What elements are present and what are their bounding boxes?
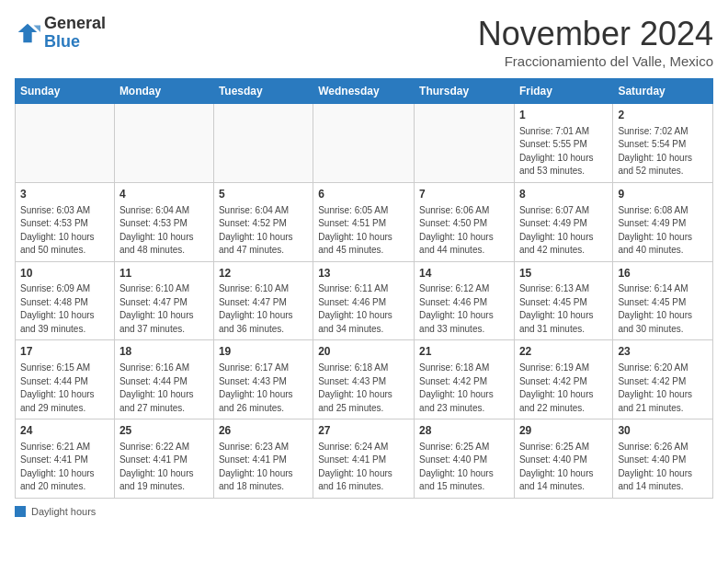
day-info: Sunrise: 6:15 AM Sunset: 4:44 PM Dayligh… <box>20 362 109 415</box>
calendar-cell: 23Sunrise: 6:20 AM Sunset: 4:42 PM Dayli… <box>613 340 713 419</box>
day-info: Sunrise: 6:23 AM Sunset: 4:41 PM Dayligh… <box>219 441 308 494</box>
dow-sunday: Sunday <box>16 79 115 104</box>
day-number: 10 <box>20 266 109 282</box>
day-number: 29 <box>519 423 608 439</box>
day-number: 6 <box>318 187 409 202</box>
day-info: Sunrise: 6:05 AM Sunset: 4:51 PM Dayligh… <box>318 204 409 258</box>
calendar-cell: 26Sunrise: 6:23 AM Sunset: 4:41 PM Dayli… <box>213 419 313 499</box>
calendar-cell <box>114 104 213 183</box>
calendar-cell: 20Sunrise: 6:18 AM Sunset: 4:43 PM Dayli… <box>313 340 415 419</box>
day-info: Sunrise: 7:02 AM Sunset: 5:54 PM Dayligh… <box>618 125 708 178</box>
calendar-cell: 2Sunrise: 7:02 AM Sunset: 5:54 PM Daylig… <box>613 104 713 183</box>
calendar-cell: 29Sunrise: 6:25 AM Sunset: 4:40 PM Dayli… <box>514 419 612 499</box>
footer-note: Daylight hours <box>15 506 713 517</box>
week-row-2: 10Sunrise: 6:09 AM Sunset: 4:48 PM Dayli… <box>16 261 713 340</box>
day-info: Sunrise: 6:25 AM Sunset: 4:40 PM Dayligh… <box>419 441 509 494</box>
calendar-cell <box>313 104 415 183</box>
footer-label: Daylight hours <box>31 506 96 517</box>
day-info: Sunrise: 6:04 AM Sunset: 4:53 PM Dayligh… <box>119 204 209 258</box>
day-number: 12 <box>219 266 308 282</box>
calendar-cell <box>16 104 115 183</box>
calendar-cell: 9Sunrise: 6:08 AM Sunset: 4:49 PM Daylig… <box>613 182 713 261</box>
calendar-cell: 16Sunrise: 6:14 AM Sunset: 4:45 PM Dayli… <box>613 261 713 340</box>
calendar-cell: 3Sunrise: 6:03 AM Sunset: 4:53 PM Daylig… <box>16 182 115 261</box>
day-number: 1 <box>519 108 608 123</box>
dow-monday: Monday <box>114 79 213 104</box>
calendar-cell: 27Sunrise: 6:24 AM Sunset: 4:41 PM Dayli… <box>313 419 415 499</box>
calendar-cell: 5Sunrise: 6:04 AM Sunset: 4:52 PM Daylig… <box>213 182 313 261</box>
day-number: 18 <box>119 344 209 360</box>
header: General Blue November 2024 Fraccionamien… <box>15 15 713 69</box>
calendar-cell: 19Sunrise: 6:17 AM Sunset: 4:43 PM Dayli… <box>213 340 313 419</box>
calendar-cell: 22Sunrise: 6:19 AM Sunset: 4:42 PM Dayli… <box>514 340 612 419</box>
day-info: Sunrise: 6:03 AM Sunset: 4:53 PM Dayligh… <box>20 204 109 258</box>
svg-marker-0 <box>18 24 38 43</box>
day-number: 25 <box>119 423 209 439</box>
day-number: 2 <box>618 108 708 123</box>
dow-saturday: Saturday <box>613 79 713 104</box>
calendar-cell <box>415 104 515 183</box>
day-info: Sunrise: 6:20 AM Sunset: 4:42 PM Dayligh… <box>618 362 708 415</box>
day-number: 4 <box>119 187 209 202</box>
day-number: 8 <box>519 187 608 202</box>
month-title: November 2024 <box>478 15 713 53</box>
dow-thursday: Thursday <box>415 79 515 104</box>
calendar-cell: 11Sunrise: 6:10 AM Sunset: 4:47 PM Dayli… <box>114 261 213 340</box>
day-number: 24 <box>20 423 109 439</box>
day-number: 20 <box>318 344 409 360</box>
calendar-table: SundayMondayTuesdayWednesdayThursdayFrid… <box>15 78 713 499</box>
day-number: 11 <box>119 266 209 282</box>
location-title: Fraccionamiento del Valle, Mexico <box>478 53 713 69</box>
day-number: 26 <box>219 423 308 439</box>
day-info: Sunrise: 6:12 AM Sunset: 4:46 PM Dayligh… <box>419 282 509 336</box>
logo-general: General <box>44 14 106 32</box>
day-number: 19 <box>219 344 308 360</box>
calendar-cell: 30Sunrise: 6:26 AM Sunset: 4:40 PM Dayli… <box>613 419 713 499</box>
day-info: Sunrise: 6:11 AM Sunset: 4:46 PM Dayligh… <box>318 282 409 336</box>
logo-icon <box>15 20 40 46</box>
day-number: 17 <box>20 344 109 360</box>
day-number: 7 <box>419 187 509 202</box>
day-info: Sunrise: 6:06 AM Sunset: 4:50 PM Dayligh… <box>419 204 509 258</box>
dow-friday: Friday <box>514 79 612 104</box>
day-info: Sunrise: 6:25 AM Sunset: 4:40 PM Dayligh… <box>519 441 608 494</box>
day-info: Sunrise: 6:22 AM Sunset: 4:41 PM Dayligh… <box>119 441 209 494</box>
week-row-3: 17Sunrise: 6:15 AM Sunset: 4:44 PM Dayli… <box>16 340 713 419</box>
day-of-week-row: SundayMondayTuesdayWednesdayThursdayFrid… <box>16 79 713 104</box>
calendar-cell: 7Sunrise: 6:06 AM Sunset: 4:50 PM Daylig… <box>415 182 515 261</box>
day-info: Sunrise: 6:14 AM Sunset: 4:45 PM Dayligh… <box>618 282 708 336</box>
logo: General Blue <box>15 15 106 52</box>
day-number: 5 <box>219 187 308 202</box>
dow-wednesday: Wednesday <box>313 79 415 104</box>
day-number: 14 <box>419 266 509 282</box>
day-info: Sunrise: 6:09 AM Sunset: 4:48 PM Dayligh… <box>20 282 109 336</box>
week-row-1: 3Sunrise: 6:03 AM Sunset: 4:53 PM Daylig… <box>16 182 713 261</box>
day-info: Sunrise: 6:04 AM Sunset: 4:52 PM Dayligh… <box>219 204 308 258</box>
calendar-cell: 4Sunrise: 6:04 AM Sunset: 4:53 PM Daylig… <box>114 182 213 261</box>
calendar-cell: 21Sunrise: 6:18 AM Sunset: 4:42 PM Dayli… <box>415 340 515 419</box>
day-info: Sunrise: 6:13 AM Sunset: 4:45 PM Dayligh… <box>519 282 608 336</box>
day-number: 16 <box>618 266 708 282</box>
calendar-cell <box>213 104 313 183</box>
dow-tuesday: Tuesday <box>213 79 313 104</box>
week-row-0: 1Sunrise: 7:01 AM Sunset: 5:55 PM Daylig… <box>16 104 713 183</box>
day-info: Sunrise: 6:10 AM Sunset: 4:47 PM Dayligh… <box>219 282 308 336</box>
day-info: Sunrise: 6:24 AM Sunset: 4:41 PM Dayligh… <box>318 441 409 494</box>
day-info: Sunrise: 6:18 AM Sunset: 4:42 PM Dayligh… <box>419 362 509 415</box>
day-number: 15 <box>519 266 608 282</box>
day-info: Sunrise: 7:01 AM Sunset: 5:55 PM Dayligh… <box>519 125 608 178</box>
day-number: 9 <box>618 187 708 202</box>
day-number: 21 <box>419 344 509 360</box>
calendar-body: 1Sunrise: 7:01 AM Sunset: 5:55 PM Daylig… <box>16 104 713 499</box>
calendar-cell: 10Sunrise: 6:09 AM Sunset: 4:48 PM Dayli… <box>16 261 115 340</box>
day-info: Sunrise: 6:19 AM Sunset: 4:42 PM Dayligh… <box>519 362 608 415</box>
day-number: 13 <box>318 266 409 282</box>
day-number: 3 <box>20 187 109 202</box>
calendar-cell: 13Sunrise: 6:11 AM Sunset: 4:46 PM Dayli… <box>313 261 415 340</box>
calendar-cell: 25Sunrise: 6:22 AM Sunset: 4:41 PM Dayli… <box>114 419 213 499</box>
calendar-cell: 12Sunrise: 6:10 AM Sunset: 4:47 PM Dayli… <box>213 261 313 340</box>
day-info: Sunrise: 6:18 AM Sunset: 4:43 PM Dayligh… <box>318 362 409 415</box>
day-number: 28 <box>419 423 509 439</box>
calendar-cell: 24Sunrise: 6:21 AM Sunset: 4:41 PM Dayli… <box>16 419 115 499</box>
day-info: Sunrise: 6:26 AM Sunset: 4:40 PM Dayligh… <box>618 441 708 494</box>
